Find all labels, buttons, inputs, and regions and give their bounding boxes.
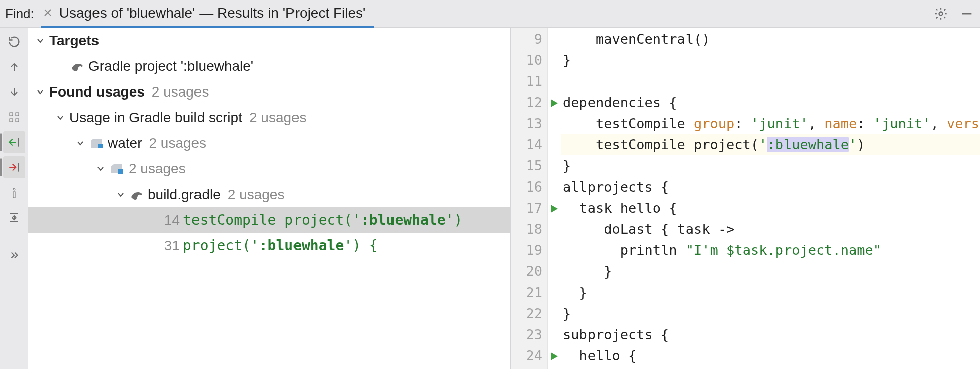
usage-row[interactable]: 14 testCompile project(':bluewhale') <box>28 207 510 233</box>
line-number: 11 <box>511 71 547 92</box>
run-marker <box>548 155 561 176</box>
gradle-icon <box>130 188 144 202</box>
close-icon[interactable] <box>43 6 52 20</box>
preview-editor[interactable]: 9101112131415161718192021222324 mavenCen… <box>511 28 980 369</box>
code-line[interactable]: testCompile group: 'junit', name: 'junit… <box>561 113 980 134</box>
export-button[interactable] <box>3 156 25 178</box>
svg-point-5 <box>13 188 15 190</box>
more-button[interactable] <box>3 245 25 267</box>
code-line[interactable]: } <box>561 155 980 176</box>
toolbar-rail <box>0 28 28 369</box>
line-number: 21 <box>511 282 547 303</box>
svg-rect-8 <box>118 169 123 174</box>
run-marker[interactable] <box>548 92 561 113</box>
run-marker[interactable] <box>548 345 561 366</box>
find-tab[interactable]: Usages of 'bluewhale' — Results in 'Proj… <box>41 0 375 28</box>
line-number: 18 <box>511 219 547 240</box>
tree-submodule[interactable]: 2 usages <box>28 156 510 181</box>
tree-category[interactable]: Usage in Gradle build script 2 usages <box>28 105 510 130</box>
find-label: Find: <box>0 6 41 22</box>
code-line[interactable]: } <box>561 303 980 324</box>
run-marker <box>548 303 561 324</box>
code-area[interactable]: mavenCentral()}dependencies { testCompil… <box>561 28 980 369</box>
svg-rect-7 <box>98 144 103 148</box>
found-usages-count: 2 usages <box>152 84 209 100</box>
line-number: 24 <box>511 345 547 366</box>
line-number: 16 <box>511 176 547 198</box>
usage-row[interactable]: 31 project(':bluewhale') { <box>28 233 510 258</box>
settings-button[interactable] <box>928 0 954 28</box>
line-number: 20 <box>511 261 547 282</box>
code-line[interactable]: } <box>561 261 980 282</box>
svg-rect-2 <box>16 113 19 116</box>
module-label: water <box>108 135 142 151</box>
prev-occurrence-button[interactable] <box>3 56 25 78</box>
next-occurrence-button[interactable] <box>3 81 25 103</box>
run-marker <box>548 219 561 240</box>
tree-target-project[interactable]: Gradle project ':bluewhale' <box>28 53 510 79</box>
chevron-down-icon[interactable] <box>54 112 66 124</box>
chevron-down-icon[interactable] <box>34 35 46 47</box>
expand-all-button[interactable] <box>3 207 25 229</box>
chevron-down-icon[interactable] <box>34 86 46 98</box>
code-line[interactable]: dependencies { <box>561 92 980 113</box>
group-by-button[interactable] <box>3 106 25 128</box>
module-icon <box>89 136 104 150</box>
line-number: 10 <box>511 50 547 71</box>
play-icon[interactable] <box>551 345 558 366</box>
usage-text: testCompile project(':bluewhale') <box>183 212 462 228</box>
tree-file[interactable]: build.gradle 2 usages <box>28 181 510 207</box>
line-number: 19 <box>511 240 547 261</box>
gradle-icon <box>70 59 84 73</box>
svg-rect-6 <box>13 192 15 198</box>
run-marker <box>548 71 561 92</box>
code-line[interactable] <box>561 71 980 92</box>
chevron-down-icon[interactable] <box>115 189 127 201</box>
line-number: 22 <box>511 303 547 324</box>
run-marker <box>548 134 561 155</box>
code-line[interactable]: } <box>561 282 980 303</box>
module-count: 2 usages <box>149 135 206 151</box>
line-number: 13 <box>511 113 547 134</box>
code-line[interactable]: testCompile project(':bluewhale') <box>561 134 980 155</box>
results-tree[interactable]: Targets Gradle project ':bluewhale' Foun… <box>28 28 511 369</box>
code-line[interactable]: allprojects { <box>561 176 980 198</box>
code-line[interactable]: } <box>561 50 980 71</box>
file-label: build.gradle <box>148 187 221 203</box>
import-button[interactable] <box>3 131 25 153</box>
run-marker <box>548 29 561 50</box>
run-marker <box>548 282 561 303</box>
svg-rect-4 <box>16 119 19 122</box>
run-marker[interactable] <box>548 198 561 219</box>
tree-module[interactable]: water 2 usages <box>28 130 510 156</box>
code-line[interactable]: println "I'm $task.project.name" <box>561 240 980 261</box>
play-icon[interactable] <box>551 198 558 219</box>
info-button[interactable] <box>3 181 25 204</box>
play-icon[interactable] <box>551 92 558 113</box>
run-marker <box>548 240 561 261</box>
run-marker <box>548 176 561 198</box>
run-marker <box>548 50 561 71</box>
submodule-count: 2 usages <box>129 161 186 177</box>
category-count: 2 usages <box>249 110 307 126</box>
run-gutter <box>548 28 561 369</box>
code-line[interactable]: doLast { task -> <box>561 219 980 240</box>
rerun-button[interactable] <box>3 31 25 53</box>
tree-targets[interactable]: Targets <box>28 28 510 53</box>
svg-rect-3 <box>10 119 13 122</box>
code-line[interactable]: task hello { <box>561 198 980 219</box>
module-icon <box>110 162 124 176</box>
tree-found-usages[interactable]: Found usages 2 usages <box>28 79 510 105</box>
tab-title: Usages of 'bluewhale' — Results in 'Proj… <box>59 5 366 21</box>
line-number: 15 <box>511 155 547 176</box>
line-number: 23 <box>511 324 547 345</box>
target-project-label: Gradle project ':bluewhale' <box>88 58 253 74</box>
chevron-down-icon[interactable] <box>74 137 86 149</box>
find-header: Find: Usages of 'bluewhale' — Results in… <box>0 0 980 28</box>
code-line[interactable]: subprojects { <box>561 324 980 345</box>
code-line[interactable]: hello { <box>561 345 980 366</box>
category-label: Usage in Gradle build script <box>69 110 242 126</box>
chevron-down-icon[interactable] <box>94 163 107 175</box>
minimize-button[interactable] <box>954 0 980 28</box>
code-line[interactable]: mavenCentral() <box>561 29 980 50</box>
